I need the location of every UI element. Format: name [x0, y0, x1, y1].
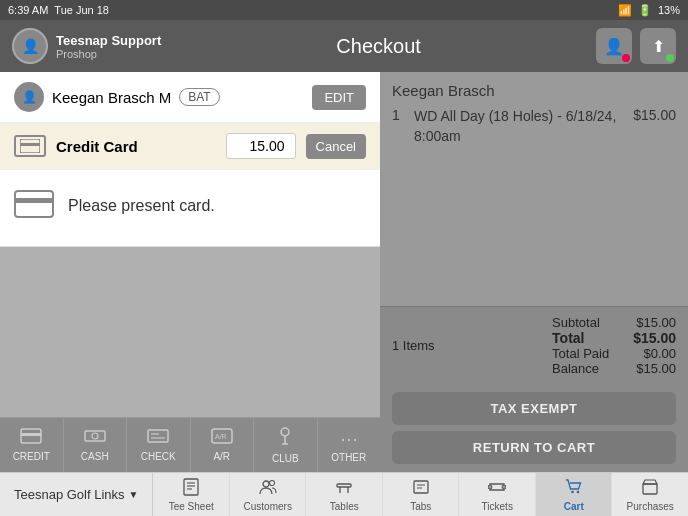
user-name: Teesnap Support — [56, 33, 161, 48]
customer-avatar: 👤 — [14, 82, 44, 112]
svg-rect-2 — [15, 191, 53, 217]
customers-label: Customers — [244, 501, 292, 512]
tickets-icon — [488, 478, 506, 500]
total-paid-label: Total Paid — [552, 346, 609, 361]
red-dot — [622, 54, 630, 62]
header-user: 👤 Teesnap Support Proshop — [12, 28, 161, 64]
credit-icon — [20, 428, 42, 449]
tab-purchases[interactable]: Purchases — [612, 473, 688, 516]
upload-icon-button[interactable]: ⬆ — [640, 28, 676, 64]
subtotal-label: Subtotal — [552, 315, 609, 330]
tables-label: Tables — [330, 501, 359, 512]
card-modal: 👤 Keegan Brasch M BAT EDIT Credit Card 1… — [0, 72, 380, 247]
tabs-label: Tabs — [410, 501, 431, 512]
total-label: Total — [552, 330, 609, 346]
purchases-label: Purchases — [627, 501, 674, 512]
status-date: Tue Jun 18 — [54, 4, 109, 16]
user-sub: Proshop — [56, 48, 161, 60]
profile-icon-button[interactable]: 👤 — [596, 28, 632, 64]
svg-point-28 — [488, 485, 492, 489]
svg-rect-16 — [184, 479, 198, 495]
cancel-button[interactable]: Cancel — [306, 134, 366, 159]
bottom-nav: Teesnap Golf Links ▼ Tee Sheet — [0, 472, 688, 516]
balance-label: Balance — [552, 361, 609, 376]
club-icon — [275, 426, 295, 451]
check-label: CHECK — [141, 451, 176, 462]
ar-icon: A/R — [211, 428, 233, 449]
venue-menu[interactable]: Teesnap Golf Links ▼ — [0, 473, 153, 516]
tab-tee-sheet[interactable]: Tee Sheet — [153, 473, 230, 516]
tab-tabs[interactable]: Tabs — [383, 473, 460, 516]
header-actions: 👤 ⬆ — [596, 28, 676, 64]
tee-sheet-icon — [182, 478, 200, 500]
cash-pay-button[interactable]: CASH — [64, 418, 128, 472]
tickets-label: Tickets — [482, 501, 513, 512]
page-title: Checkout — [336, 35, 421, 58]
tables-icon — [335, 478, 353, 500]
balance-value: $15.00 — [633, 361, 676, 376]
svg-point-30 — [571, 490, 574, 493]
tab-cart[interactable]: Cart — [536, 473, 613, 516]
left-panel: 👤 Keegan Brasch M BAT EDIT Credit Card 1… — [0, 72, 380, 472]
item-description: WD All Day (18 Holes) - 6/18/24, 8:00am — [414, 107, 625, 146]
purchases-icon — [641, 478, 659, 500]
subtotal-value: $15.00 — [633, 315, 676, 330]
user-info: Teesnap Support Proshop — [56, 33, 161, 60]
cash-label: CASH — [81, 451, 109, 462]
svg-point-13 — [281, 428, 289, 436]
tee-sheet-label: Tee Sheet — [169, 501, 214, 512]
svg-rect-3 — [14, 198, 54, 203]
svg-rect-32 — [643, 484, 657, 494]
svg-point-21 — [269, 480, 274, 485]
tab-customers[interactable]: Customers — [230, 473, 307, 516]
cart-icon — [565, 478, 583, 500]
action-buttons: TAX EXEMPT RETURN TO CART — [380, 384, 688, 472]
tab-tickets[interactable]: Tickets — [459, 473, 536, 516]
ar-label: A/R — [213, 451, 230, 462]
right-panel: Keegan Brasch 1 WD All Day (18 Holes) - … — [380, 72, 688, 472]
credit-pay-button[interactable]: CREDIT — [0, 418, 64, 472]
check-pay-button[interactable]: CHECK — [127, 418, 191, 472]
check-icon — [147, 428, 169, 449]
cart-label: Cart — [564, 501, 584, 512]
svg-rect-25 — [414, 481, 428, 493]
item-number: 1 — [392, 107, 406, 123]
svg-rect-8 — [148, 430, 168, 442]
total-paid-value: $0.00 — [633, 346, 676, 361]
battery-icon: 🔋 — [638, 4, 652, 17]
summary-values: $15.00 $15.00 $0.00 $15.00 — [633, 315, 676, 376]
tax-exempt-button[interactable]: TAX EXEMPT — [392, 392, 676, 425]
svg-point-7 — [92, 433, 98, 439]
status-time: 6:39 AM — [8, 4, 48, 16]
card-swipe-icon — [14, 190, 54, 222]
summary-block: 1 Items Subtotal Total Total Paid Balanc… — [392, 315, 676, 376]
svg-text:A/R: A/R — [215, 433, 227, 440]
edit-button[interactable]: EDIT — [312, 85, 366, 110]
items-count: 1 Items — [392, 338, 435, 353]
order-customer-name: Keegan Brasch — [392, 82, 676, 99]
other-pay-button[interactable]: ⋯ OTHER — [318, 418, 381, 472]
nav-tabs: Tee Sheet Customers Tables — [153, 473, 688, 516]
customers-icon — [259, 478, 277, 500]
order-area: Keegan Brasch 1 WD All Day (18 Holes) - … — [380, 72, 688, 306]
svg-point-31 — [576, 490, 579, 493]
cash-icon — [84, 428, 106, 449]
return-to-cart-button[interactable]: RETURN TO CART — [392, 431, 676, 464]
credit-card-amount: 15.00 — [226, 133, 296, 159]
club-pay-button[interactable]: CLUB — [254, 418, 318, 472]
bat-badge[interactable]: BAT — [179, 88, 219, 106]
customer-name: Keegan Brasch M — [52, 89, 171, 106]
modal-header: 👤 Keegan Brasch M BAT EDIT — [0, 72, 380, 123]
other-icon: ⋯ — [340, 428, 358, 450]
venue-name: Teesnap Golf Links — [14, 487, 125, 502]
svg-rect-5 — [21, 433, 41, 436]
order-item: 1 WD All Day (18 Holes) - 6/18/24, 8:00a… — [392, 107, 676, 146]
green-dot — [666, 54, 674, 62]
other-label: OTHER — [331, 452, 366, 463]
tab-tables[interactable]: Tables — [306, 473, 383, 516]
club-label: CLUB — [272, 453, 299, 464]
svg-point-20 — [263, 481, 269, 487]
item-price: $15.00 — [633, 107, 676, 123]
ar-pay-button[interactable]: A/R A/R — [191, 418, 255, 472]
summary-area: 1 Items Subtotal Total Total Paid Balanc… — [380, 306, 688, 384]
